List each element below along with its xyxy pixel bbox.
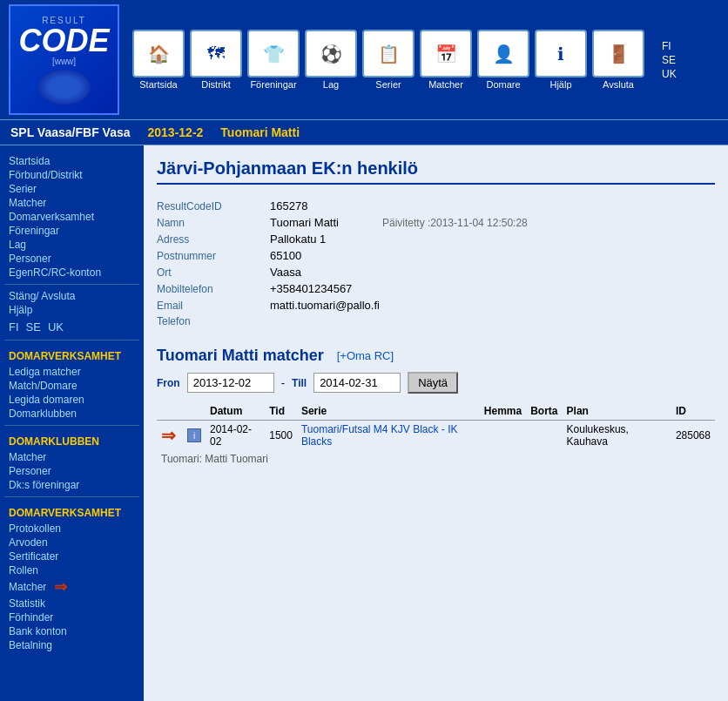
serier-icon[interactable]: 📋 (362, 30, 415, 78)
info-table: ResultCodeID 165278 Namn Tuomari Matti P… (157, 198, 715, 329)
nav-matcher[interactable]: 📅 Matcher (420, 30, 472, 90)
matcher-icon[interactable]: 📅 (420, 30, 472, 78)
lang-se[interactable]: SE (662, 54, 676, 66)
sidebar-item-statistik[interactable]: Statistik (4, 597, 139, 610)
sidebar-lang-uk[interactable]: UK (48, 320, 64, 334)
row-arrow: ⇒ (157, 421, 183, 451)
sidebar-item-protokollen[interactable]: Protokollen (4, 522, 139, 536)
th-tid: Tid (265, 402, 297, 421)
sidebar-item-dk-personer[interactable]: Personer (4, 464, 139, 478)
mobiltelefon-value: +358401234567 (270, 282, 352, 295)
domare-icon[interactable]: 👤 (477, 30, 529, 78)
nav-serier[interactable]: 📋 Serier (362, 30, 415, 90)
telefon-label: Telefon (157, 315, 261, 327)
nav-hjalp[interactable]: ℹ Hjälp (535, 30, 587, 90)
row-mobiltelefon: Mobiltelefon +358401234567 (157, 280, 715, 297)
sidebar-item-dk-foreningar[interactable]: Dk:s föreningar (4, 478, 139, 492)
resultcodeid-value: 165278 (270, 199, 307, 212)
th-hemma: Hemma (480, 402, 526, 421)
th-serie: Serie (297, 402, 480, 421)
sidebar-item-lediga[interactable]: Lediga matcher (4, 365, 139, 379)
nav-domare[interactable]: 👤 Domare (477, 30, 529, 90)
th-borta: Borta (526, 402, 562, 421)
th-arrow (157, 402, 183, 421)
email-value: matti.tuomari@pallo.fi (270, 299, 380, 312)
match-series-link[interactable]: Tuomari/Futsal M4 KJV Black - IK Blacks (301, 423, 458, 448)
oma-rc-link[interactable]: [+Oma RC] (337, 349, 394, 362)
sidebar-item-lag[interactable]: Lag (4, 238, 139, 252)
sidebar-item-dk-matcher[interactable]: Matcher (4, 450, 139, 464)
table-row: ⇒ i 2014-02-02 1500 Tuomari/Futsal M4 KJ… (157, 421, 715, 451)
bar-date: 2013-12-2 (148, 125, 204, 139)
sidebar-item-hjalp[interactable]: Hjälp (4, 303, 139, 317)
sidebar-item-matcher2[interactable]: Matcher (4, 580, 51, 594)
nav-foreningar[interactable]: 👕 Föreningar (247, 30, 300, 90)
sidebar-item-forbund[interactable]: Förbund/Distrikt (4, 168, 139, 182)
from-label: Fron (157, 377, 180, 389)
nav-startsida[interactable]: 🏠 Startsida (132, 30, 185, 90)
lang-fi[interactable]: FI (662, 40, 671, 52)
sidebar-section-domarklubben: DOMARKLUBBEN (4, 435, 139, 448)
hjalp-icon[interactable]: ℹ (535, 30, 587, 78)
till-date-input[interactable] (313, 373, 401, 393)
main-content: Järvi-Pohjanmaan EK:n henkilö ResultCode… (144, 145, 728, 701)
sidebar-item-forhinder[interactable]: Förhinder (4, 610, 139, 624)
nav-avsluta[interactable]: 🚪 Avsluta (592, 30, 644, 90)
row-email: Email matti.tuomari@pallo.fi (157, 297, 715, 313)
sidebar-lang-se[interactable]: SE (26, 320, 41, 334)
mobiltelefon-label: Mobiltelefon (157, 283, 261, 295)
lag-icon[interactable]: ⚽ (305, 30, 357, 78)
sidebar-item-sertificater[interactable]: Sertificater (4, 549, 139, 563)
show-button[interactable]: Näytä (408, 372, 458, 394)
sidebar-item-rollen[interactable]: Rollen (4, 563, 139, 577)
sidebar: Startsida Förbund/Distrikt Serier Matche… (0, 145, 144, 701)
sidebar-item-betalning[interactable]: Betalning (4, 638, 139, 652)
th-id: ID (671, 402, 715, 421)
sidebar-item-egenrc[interactable]: EgenRC/RC-konton (4, 266, 139, 280)
row-ort: Ort Vaasa (157, 264, 715, 280)
sidebar-item-bank-konton[interactable]: Bank konton (4, 624, 139, 638)
sidebar-item-foreningar[interactable]: Föreningar (4, 224, 139, 238)
postnummer-label: Postnummer (157, 250, 261, 262)
from-date-input[interactable] (187, 373, 274, 393)
email-label: Email (157, 300, 261, 312)
sidebar-item-stang[interactable]: Stäng/ Avsluta (4, 289, 139, 303)
sidebar-item-legida[interactable]: Legida domaren (4, 393, 139, 407)
nav-lag[interactable]: ⚽ Lag (305, 30, 357, 90)
avsluta-icon[interactable]: 🚪 (592, 30, 644, 78)
language-links: FI SE UK (657, 36, 681, 84)
nav-label-serier: Serier (375, 79, 401, 90)
sidebar-item-domarverksamhet[interactable]: Domarverksamhet (4, 210, 139, 224)
sidebar-section-domarverksamhet: DOMARVERKSAMHET (4, 349, 139, 363)
namn-label: Namn (157, 217, 261, 229)
nav-label-avsluta: Avsluta (603, 79, 634, 90)
sidebar-item-personer[interactable]: Personer (4, 252, 139, 266)
sidebar-item-startsida[interactable]: Startsida (4, 154, 139, 168)
header: RESULT CODE [www] 🏠 Startsida 🗺 Distrikt… (0, 0, 728, 119)
sidebar-item-arvoden[interactable]: Arvoden (4, 536, 139, 549)
table-header-row: Datum Tid Serie Hemma Borta Plan ID (157, 402, 715, 421)
sidebar-lang-fi[interactable]: FI (9, 320, 19, 334)
sidebar-item-domarklubben[interactable]: Domarklubben (4, 407, 139, 421)
logo-code-text: CODE (18, 25, 109, 57)
nav-distrikt[interactable]: 🗺 Distrikt (190, 30, 242, 90)
sidebar-item-match-domare[interactable]: Match/Domare (4, 379, 139, 393)
page-title: Järvi-Pohjanmaan EK:n henkilö (157, 158, 715, 185)
row-hemma (480, 421, 526, 451)
sidebar-section-domarverksamhet2: DOMARVERKSAMHET (4, 506, 139, 520)
matches-table: Datum Tid Serie Hemma Borta Plan ID ⇒ i (157, 402, 715, 468)
sidebar-item-matcher[interactable]: Matcher (4, 196, 139, 210)
startsida-icon[interactable]: 🏠 (132, 30, 185, 78)
foreningar-icon[interactable]: 👕 (247, 30, 300, 78)
distrikt-icon[interactable]: 🗺 (190, 30, 242, 78)
th-icon (183, 402, 206, 421)
tuomari-row: Tuomari: Matti Tuomari (157, 450, 715, 468)
sidebar-item-serier[interactable]: Serier (4, 182, 139, 196)
resultcodeid-label: ResultCodeID (157, 200, 261, 212)
nav-label-hjalp: Hjälp (549, 79, 571, 90)
row-serie[interactable]: Tuomari/Futsal M4 KJV Black - IK Blacks (297, 421, 480, 451)
lang-uk[interactable]: UK (662, 68, 677, 80)
nav-icons: 🏠 Startsida 🗺 Distrikt 👕 Föreningar ⚽ La… (128, 25, 649, 94)
row-tid: 1500 (265, 421, 297, 451)
logo-www-text: [www] (52, 57, 76, 66)
